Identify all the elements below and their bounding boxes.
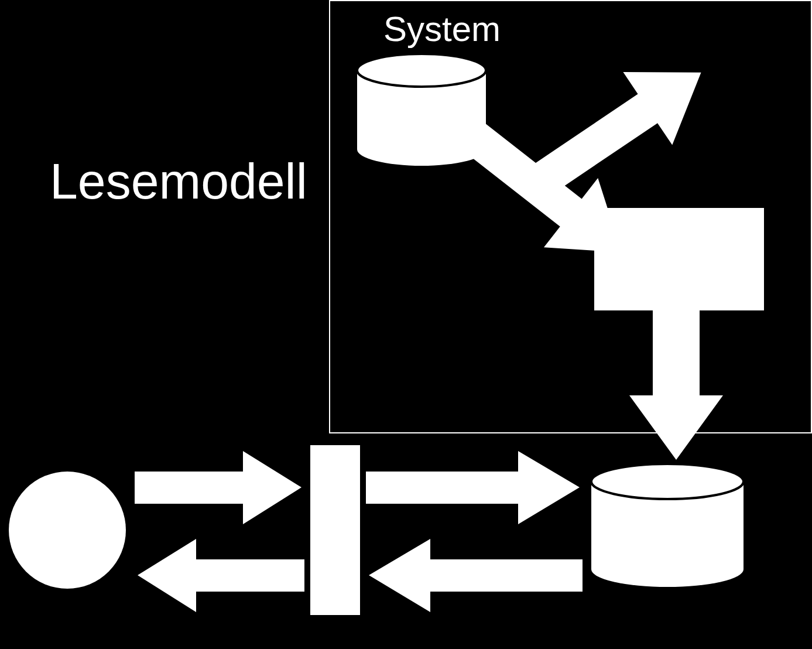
arrow-api-to-user-icon: [135, 539, 304, 615]
svg-marker-16: [366, 451, 580, 524]
api-rect-icon: [310, 445, 360, 615]
svg-marker-7: [629, 310, 723, 460]
arrow-read-to-api-icon: [366, 539, 583, 615]
lesemodell-title: Lesemodell: [50, 152, 307, 210]
svg-rect-6: [594, 208, 764, 310]
process-rect-icon: [594, 208, 764, 310]
svg-marker-17: [369, 539, 583, 612]
svg-point-12: [9, 472, 126, 589]
arrow-down-icon: [629, 310, 723, 463]
svg-marker-14: [135, 451, 301, 524]
arrow-user-to-api-icon: [135, 451, 304, 527]
svg-marker-15: [138, 539, 304, 612]
user-circle-icon: [6, 469, 129, 592]
system-title: System: [383, 9, 501, 49]
arrow-api-to-read-icon: [366, 451, 583, 527]
svg-point-10: [591, 552, 744, 587]
svg-rect-13: [310, 445, 360, 615]
read-store-cylinder-icon: [588, 463, 746, 592]
